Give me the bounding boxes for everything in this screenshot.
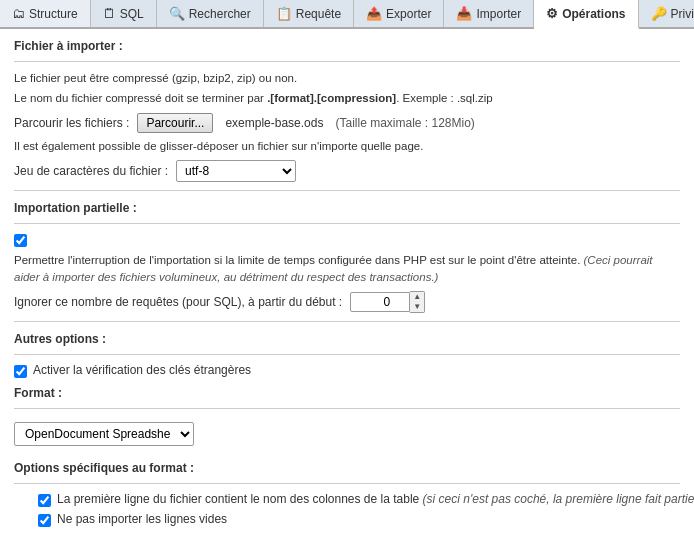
partial-import-title: Importation partielle : [14, 201, 680, 215]
ignore-input[interactable] [350, 292, 410, 312]
drag-drop-text: Il est également possible de glisser-dép… [14, 138, 680, 155]
tab-exporter-label: Exporter [386, 7, 431, 21]
file-import-title: Fichier à importer : [14, 39, 680, 53]
browse-label: Parcourir les fichiers : [14, 116, 129, 130]
tab-privileges-icon: 🔑 [651, 6, 667, 21]
first-line-row: La première ligne du fichier contient le… [38, 492, 680, 507]
first-line-italic: (si ceci n'est pas coché, la première li… [423, 492, 694, 506]
tab-rechercher-label: Rechercher [189, 7, 251, 21]
spinner-buttons: ▲ ▼ [410, 291, 425, 313]
filename-display: exemple-base.ods [225, 116, 323, 130]
verify-keys-checkbox[interactable] [14, 365, 27, 378]
filesize-display: (Taille maximale : 128Mio) [335, 116, 474, 130]
skip-empty-row: Ne pas importer les lignes vides [38, 512, 680, 527]
first-line-label: La première ligne du fichier contient le… [57, 492, 694, 506]
skip-empty-checkbox[interactable] [38, 514, 51, 527]
spinner-up[interactable]: ▲ [410, 292, 424, 302]
tab-exporter[interactable]: 📤Exporter [354, 0, 444, 27]
format-highlight: .[format].[compression] [267, 92, 396, 104]
partial-import-checkbox[interactable] [14, 234, 27, 247]
ignore-label: Ignorer ce nombre de requêtes (pour SQL)… [14, 295, 342, 309]
charset-row: Jeu de caractères du fichier : utf-8lati… [14, 160, 680, 182]
compress-desc2-text: Le nom du fichier compressé doit se term… [14, 92, 267, 104]
tab-rechercher-icon: 🔍 [169, 6, 185, 21]
ignore-input-wrap: ▲ ▼ [350, 291, 425, 313]
format-options-title: Options spécifiques au format : [14, 461, 680, 475]
tab-requete[interactable]: 📋Requête [264, 0, 354, 27]
charset-select[interactable]: utf-8latin1utf-16ascii [176, 160, 296, 182]
compress-desc2: Le nom du fichier compressé doit se term… [14, 90, 680, 107]
format-select[interactable]: OpenDocument SpreadsheetCSVSQLXMLJSON [14, 422, 194, 446]
tab-rechercher[interactable]: 🔍Rechercher [157, 0, 264, 27]
format-title: Format : [14, 386, 680, 400]
tab-operations-icon: ⚙ [546, 6, 558, 21]
charset-label: Jeu de caractères du fichier : [14, 164, 168, 178]
tab-requete-label: Requête [296, 7, 341, 21]
tab-privileges-label: Privilèges [671, 7, 694, 21]
other-options-title: Autres options : [14, 332, 680, 346]
tab-requete-icon: 📋 [276, 6, 292, 21]
tab-sql[interactable]: 🗒SQL [91, 0, 157, 27]
skip-empty-label: Ne pas importer les lignes vides [57, 512, 227, 526]
ignore-row: Ignorer ce nombre de requêtes (pour SQL)… [14, 291, 680, 313]
tab-structure[interactable]: 🗂Structure [0, 0, 91, 27]
tab-privileges[interactable]: 🔑Privilèges [639, 0, 694, 27]
tab-importer[interactable]: 📥Importer [444, 0, 534, 27]
verify-keys-row: Activer la vérification des clés étrangè… [14, 363, 680, 378]
tabs-bar: 🗂Structure🗒SQL🔍Rechercher📋Requête📤Export… [0, 0, 694, 29]
tab-operations[interactable]: ⚙Opérations [534, 0, 638, 29]
tab-structure-label: Structure [29, 7, 78, 21]
first-line-checkbox[interactable] [38, 494, 51, 507]
partial-import-checkbox-row [14, 232, 680, 247]
compress-desc1: Le fichier peut être compressé (gzip, bz… [14, 70, 680, 87]
tab-importer-icon: 📥 [456, 6, 472, 21]
main-content: Fichier à importer : Le fichier peut êtr… [0, 29, 694, 533]
tab-operations-label: Opérations [562, 7, 625, 21]
tab-sql-icon: 🗒 [103, 6, 116, 21]
tab-importer-label: Importer [476, 7, 521, 21]
tab-structure-icon: 🗂 [12, 6, 25, 21]
verify-keys-label: Activer la vérification des clés étrangè… [33, 363, 251, 377]
tab-exporter-icon: 📤 [366, 6, 382, 21]
tab-sql-label: SQL [120, 7, 144, 21]
spinner-down[interactable]: ▼ [410, 302, 424, 312]
browse-button[interactable]: Parcourir... [137, 113, 213, 133]
browse-row: Parcourir les fichiers : Parcourir... ex… [14, 113, 680, 133]
partial-desc-text: Permettre l'interruption de l'importatio… [14, 254, 580, 266]
partial-desc: Permettre l'interruption de l'importatio… [14, 252, 680, 287]
example-text: . Exemple : .sql.zip [396, 92, 493, 104]
